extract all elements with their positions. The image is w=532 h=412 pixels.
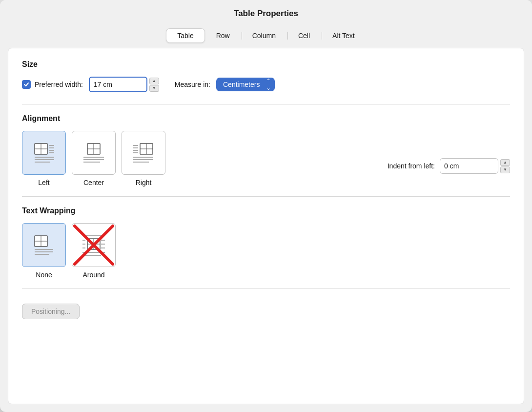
wrap-around-svg xyxy=(81,232,107,258)
align-option-center[interactable]: Center xyxy=(72,131,116,186)
dialog-title: Table Properties xyxy=(10,9,522,19)
indent-spinner: ▲ ▼ xyxy=(500,159,510,173)
align-right-label: Right xyxy=(136,179,152,186)
svg-line-44 xyxy=(75,226,113,264)
indent-input-group: ▲ ▼ xyxy=(440,158,510,174)
tab-cell[interactable]: Cell xyxy=(287,28,321,43)
wrap-none-svg xyxy=(31,232,57,258)
tab-row[interactable]: Row xyxy=(205,28,241,43)
text-wrapping-title: Text Wrapping xyxy=(22,206,510,215)
svg-rect-32 xyxy=(87,239,100,249)
wrap-options: None xyxy=(22,223,510,279)
align-option-left[interactable]: Left xyxy=(22,131,66,186)
align-right-icon xyxy=(122,131,165,175)
preferred-width-up[interactable]: ▲ xyxy=(149,78,159,84)
align-option-right[interactable]: Right xyxy=(122,131,165,186)
tabs-bar: Table Row Column Cell Alt Text xyxy=(0,23,532,43)
size-divider xyxy=(22,104,510,104)
wrap-none-label: None xyxy=(36,271,52,279)
svg-line-45 xyxy=(75,226,113,264)
align-left-label: Left xyxy=(38,179,49,186)
text-wrapping-section: Text Wrapping None xyxy=(22,206,510,279)
align-options: Left xyxy=(22,131,165,186)
indent-down[interactable]: ▼ xyxy=(500,166,510,173)
measure-in-label: Measure in: xyxy=(175,81,210,88)
wrap-option-none[interactable]: None xyxy=(22,223,66,279)
align-center-label: Center xyxy=(83,179,104,186)
alignment-row: Left xyxy=(22,131,510,186)
align-center-icon xyxy=(72,131,116,175)
preferred-width-input-group: ▲ ▼ xyxy=(89,77,159,92)
indent-label: Indent from left: xyxy=(388,162,435,170)
indent-up[interactable]: ▲ xyxy=(500,159,510,166)
checkmark-icon xyxy=(23,82,29,87)
size-section: Size Preferred width: ▲ ▼ xyxy=(22,60,510,92)
preferred-width-input[interactable] xyxy=(89,77,147,92)
size-section-title: Size xyxy=(22,60,510,69)
wrap-around-label: Around xyxy=(82,271,104,279)
wrap-option-around[interactable]: Around xyxy=(72,223,116,279)
alignment-section: Alignment xyxy=(22,114,510,186)
content-area: Size Preferred width: ▲ ▼ xyxy=(8,48,524,404)
size-row: Preferred width: ▲ ▼ Measure in: Centime… xyxy=(22,77,510,92)
measure-select-wrapper: Centimeters Inches Percent ⌃⌄ xyxy=(216,78,275,91)
tab-column[interactable]: Column xyxy=(241,28,287,43)
tab-alt-text[interactable]: Alt Text xyxy=(321,28,366,43)
align-left-icon xyxy=(22,131,66,175)
indent-input[interactable] xyxy=(440,158,498,174)
measure-select[interactable]: Centimeters Inches Percent xyxy=(216,78,275,91)
align-left-svg xyxy=(31,140,57,166)
red-x-icon xyxy=(72,224,115,267)
preferred-width-checkbox[interactable] xyxy=(22,80,31,89)
wrapping-divider xyxy=(22,288,510,289)
tab-table[interactable]: Table xyxy=(166,28,205,43)
title-bar: Table Properties xyxy=(0,0,532,23)
positioning-button[interactable]: Positioning... xyxy=(22,304,80,319)
preferred-width-spinner: ▲ ▼ xyxy=(149,78,159,92)
wrap-around-icon xyxy=(72,223,116,267)
preferred-width-label: Preferred width: xyxy=(35,81,83,88)
wrap-none-icon xyxy=(22,223,66,267)
align-center-svg xyxy=(81,140,107,166)
alignment-section-title: Alignment xyxy=(22,114,510,123)
preferred-width-down[interactable]: ▼ xyxy=(149,85,159,92)
indent-row: Indent from left: ▲ ▼ xyxy=(388,158,510,186)
alignment-divider xyxy=(22,196,510,197)
align-right-svg xyxy=(130,140,157,166)
preferred-width-checkbox-wrapper: Preferred width: xyxy=(22,80,83,89)
table-properties-dialog: Table Properties Table Row Column Cell A… xyxy=(0,0,532,412)
